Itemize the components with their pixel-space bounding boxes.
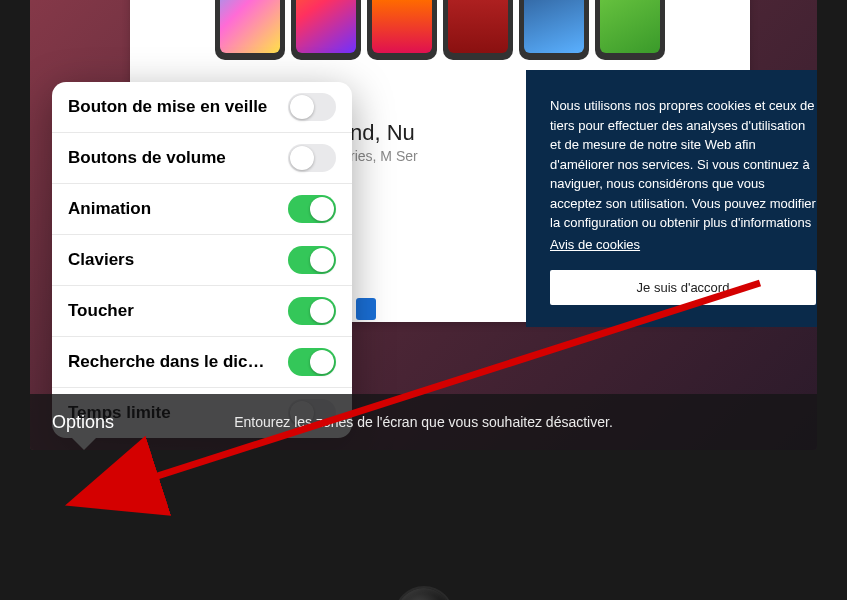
cookie-banner: Nous utilisons nos propres cookies et ce… (526, 70, 817, 327)
phone-image (519, 0, 589, 60)
phone-image (215, 0, 285, 60)
option-label: Animation (68, 199, 151, 219)
option-touch[interactable]: Toucher (52, 286, 352, 337)
guided-access-toolbar: Options Entourez les zones de l'écran qu… (30, 394, 817, 450)
instructions-text: Entourez les zones de l'écran que vous s… (234, 414, 613, 430)
toggle-switch[interactable] (288, 297, 336, 325)
option-label: Recherche dans le diction... (68, 352, 268, 372)
phone-image (367, 0, 437, 60)
toggle-switch[interactable] (288, 93, 336, 121)
option-label: Bouton de mise en veille (68, 97, 267, 117)
toggle-switch[interactable] (288, 246, 336, 274)
home-button[interactable] (396, 588, 452, 600)
product-subtitle-fragment: ries, M Ser (350, 148, 418, 164)
options-button[interactable]: Options (30, 412, 136, 433)
phone-image (595, 0, 665, 60)
product-title-fragment: nd, Nu (350, 120, 415, 146)
option-dictionary-lookup[interactable]: Recherche dans le diction... (52, 337, 352, 388)
toggle-switch[interactable] (288, 195, 336, 223)
option-volume-buttons[interactable]: Boutons de volume (52, 133, 352, 184)
cookie-text: Nous utilisons nos propres cookies et ce… (550, 96, 816, 233)
dropdown-button[interactable] (356, 298, 376, 320)
options-popover: Bouton de mise en veille Boutons de volu… (52, 82, 352, 438)
phone-image (443, 0, 513, 60)
option-label: Claviers (68, 250, 134, 270)
toggle-switch[interactable] (288, 348, 336, 376)
ipad-frame: nd, Nu ries, M Ser Nous utilisons nos pr… (0, 0, 847, 600)
option-sleep-button[interactable]: Bouton de mise en veille (52, 82, 352, 133)
cookie-accept-button[interactable]: Je suis d'accord (550, 270, 816, 305)
cookie-notice-link[interactable]: Avis de cookies (550, 237, 640, 252)
phone-image (291, 0, 361, 60)
option-label: Boutons de volume (68, 148, 226, 168)
ipad-screen: nd, Nu ries, M Ser Nous utilisons nos pr… (30, 0, 817, 450)
toggle-switch[interactable] (288, 144, 336, 172)
option-label: Toucher (68, 301, 134, 321)
option-keyboards[interactable]: Claviers (52, 235, 352, 286)
product-images-row (130, 0, 750, 65)
option-animation[interactable]: Animation (52, 184, 352, 235)
